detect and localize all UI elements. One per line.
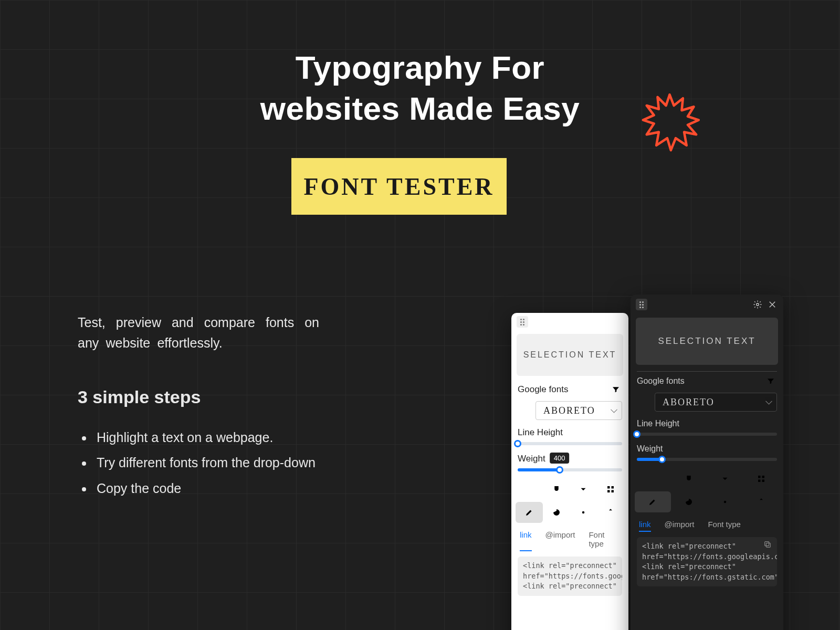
svg-rect-3 [607, 490, 610, 493]
svg-rect-13 [765, 542, 769, 546]
weight-slider[interactable] [637, 458, 777, 461]
svg-marker-0 [643, 94, 699, 150]
underline-button[interactable] [543, 479, 570, 500]
selection-text-preview: SELECTION TEXT [636, 318, 778, 365]
step-item: Highlight a text on a webpage. [93, 426, 319, 449]
step-item: Try different fonts from the drop-down [93, 452, 319, 474]
italic-button[interactable] [635, 468, 671, 489]
drag-handle-icon[interactable] [517, 316, 528, 328]
weight-label: Weight [511, 450, 628, 466]
output-tabs: link @import Font type [511, 527, 628, 551]
steps-list: Highlight a text on a webpage. Try diffe… [78, 426, 319, 500]
reset-icon[interactable] [543, 502, 570, 523]
target-icon[interactable] [707, 491, 743, 512]
panel-titlebar[interactable] [631, 295, 783, 314]
intro-paragraph: Test, preview and compare fonts on any w… [78, 312, 319, 353]
underline-button[interactable] [671, 468, 707, 489]
font-select[interactable]: ABORETO [655, 393, 777, 412]
selection-text-preview: SELECTION TEXT [517, 334, 623, 376]
italic-button[interactable] [516, 479, 543, 500]
tab-font-type[interactable]: Font type [708, 520, 741, 532]
highlighter-icon[interactable] [635, 491, 671, 512]
code-output[interactable]: <link rel="preconnect" href="https://fon… [518, 556, 622, 596]
svg-rect-8 [762, 476, 764, 478]
code-output[interactable]: <link rel="preconnect" href="https://fon… [637, 537, 777, 586]
svg-point-5 [582, 511, 585, 514]
weight-slider[interactable]: 400 [518, 468, 622, 471]
code-line: <link rel="preconnect" [642, 562, 772, 572]
weight-label: Weight [631, 441, 783, 456]
highlighter-icon[interactable] [516, 502, 543, 523]
code-line: href="https://fonts.googleapis.co [523, 571, 617, 582]
svg-rect-1 [607, 486, 610, 489]
svg-rect-7 [758, 476, 761, 478]
code-line: <link rel="preconnect" [523, 581, 617, 592]
svg-rect-4 [612, 490, 614, 493]
chevron-down-icon[interactable] [570, 479, 597, 500]
logo-badge: FONT TESTER [291, 158, 507, 215]
line-height-label: Line Height [511, 424, 628, 440]
svg-point-11 [724, 501, 727, 503]
copy-icon[interactable] [763, 540, 774, 551]
selection-text-label: SELECTION TEXT [523, 350, 617, 360]
svg-point-6 [757, 303, 759, 306]
panel-titlebar[interactable] [511, 313, 628, 331]
code-line: href="https://fonts.googleapis.com" [642, 552, 772, 562]
export-icon[interactable] [743, 491, 779, 512]
tab-link[interactable]: link [639, 520, 651, 532]
close-icon[interactable] [766, 299, 778, 310]
hero-title-line2: websites Made Easy [0, 88, 840, 129]
logo-text: FONT TESTER [303, 173, 494, 201]
hero-title: Typography For websites Made Easy [0, 47, 840, 129]
code-line: <link rel="preconnect" [642, 541, 772, 552]
svg-rect-2 [612, 486, 614, 489]
output-tabs: link @import Font type [631, 517, 783, 532]
step-item: Copy the code [93, 477, 319, 500]
chevron-down-icon[interactable] [707, 468, 743, 489]
grid-icon[interactable] [597, 479, 624, 500]
filter-icon[interactable] [764, 375, 777, 387]
text-style-toolbar [511, 477, 628, 527]
weight-value-tooltip: 400 [550, 453, 570, 464]
filter-icon[interactable] [610, 383, 622, 396]
steps-heading: 3 simple steps [78, 387, 319, 407]
marketing-copy: Test, preview and compare fonts on any w… [78, 312, 319, 502]
target-icon[interactable] [570, 502, 597, 523]
hero-title-line1: Typography For [0, 47, 840, 88]
tab-import[interactable]: @import [545, 530, 575, 551]
export-icon[interactable] [597, 502, 624, 523]
font-tester-panel-light: SELECTION TEXT Google fonts ABORETO Line… [511, 313, 628, 630]
selection-text-label: SELECTION TEXT [658, 336, 755, 346]
svg-rect-12 [766, 543, 770, 547]
drag-handle-icon[interactable] [636, 299, 647, 310]
tab-font-type[interactable]: Font type [589, 530, 620, 551]
svg-rect-9 [758, 480, 761, 482]
font-source-label: Google fonts [518, 384, 568, 395]
font-select-value: ABORETO [663, 397, 715, 408]
code-line: <link rel="preconnect" [523, 561, 617, 571]
starburst-icon [639, 93, 700, 156]
line-height-slider[interactable] [637, 433, 777, 436]
tab-import[interactable]: @import [665, 520, 695, 532]
reset-icon[interactable] [671, 491, 707, 512]
font-select[interactable]: ABORETO [536, 401, 622, 420]
tab-link[interactable]: link [520, 530, 532, 551]
svg-rect-10 [762, 480, 764, 482]
line-height-slider[interactable] [518, 442, 622, 445]
swap-icon[interactable] [518, 404, 530, 417]
font-select-value: ABORETO [543, 405, 595, 416]
font-source-label: Google fonts [637, 376, 685, 386]
divider [637, 371, 777, 372]
font-tester-panel-dark: SELECTION TEXT Google fonts ABORETO Line… [631, 295, 783, 630]
line-height-label: Line Height [631, 416, 783, 430]
text-style-toolbar [631, 466, 783, 517]
code-line: href="https://fonts.gstatic.com" [642, 572, 772, 583]
swap-icon[interactable] [637, 396, 649, 408]
grid-icon[interactable] [743, 468, 779, 489]
gear-icon[interactable] [752, 299, 763, 310]
